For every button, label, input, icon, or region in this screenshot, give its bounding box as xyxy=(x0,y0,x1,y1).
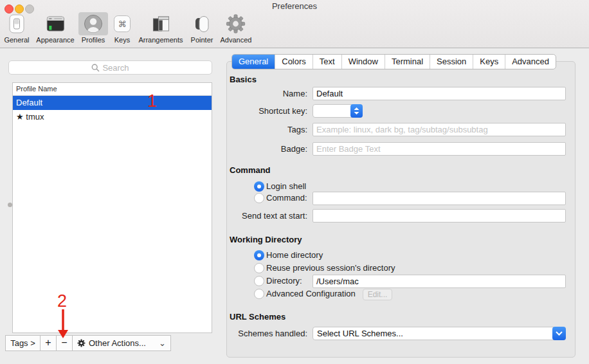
login-shell-label: Login shell xyxy=(266,181,306,192)
switch-icon xyxy=(2,12,32,35)
directory-radio[interactable] xyxy=(254,276,264,286)
tags-button[interactable]: Tags > xyxy=(5,335,41,351)
schemes-handled-label: Schemes handled: xyxy=(230,327,307,340)
other-actions-label: Other Actions... xyxy=(89,336,146,350)
badge-label: Badge: xyxy=(230,142,307,156)
schemes-dropdown-value: Select URL Schemes... xyxy=(317,329,403,338)
window-title: Preferences xyxy=(0,1,589,11)
tags-label: Tags: xyxy=(230,123,307,136)
edit-button[interactable]: Edit... xyxy=(363,289,392,300)
chevron-down-icon: ⌄ xyxy=(159,336,166,350)
tab-general[interactable]: General xyxy=(232,55,275,69)
toolbar-item-general[interactable]: General xyxy=(2,12,32,44)
profile-actions-bar: Tags > + − Other Actions... ⌄ xyxy=(5,335,171,351)
tab-window[interactable]: Window xyxy=(341,55,385,69)
reuse-directory-label: Reuse previous session's directory xyxy=(266,263,395,273)
tab-terminal[interactable]: Terminal xyxy=(385,55,430,69)
annotation-1: 1 xyxy=(147,93,157,110)
toolbar-label: Arrangements xyxy=(138,36,183,44)
gear-icon xyxy=(221,12,251,35)
home-directory-label: Home directory xyxy=(266,250,323,260)
command-radio[interactable] xyxy=(254,193,264,203)
toolbar-item-pointer[interactable]: Pointer xyxy=(187,12,217,44)
advanced-configuration-label: Advanced Configuration xyxy=(266,289,356,299)
login-shell-radio[interactable] xyxy=(254,181,264,192)
toolbar-item-keys[interactable]: ⌘ Keys xyxy=(107,12,137,44)
command-field[interactable] xyxy=(313,192,566,205)
annotation-2: 2 xyxy=(57,293,67,310)
tab-keys[interactable]: Keys xyxy=(473,55,505,69)
toolbar-label: General xyxy=(4,36,29,44)
person-icon xyxy=(78,12,108,35)
search-input[interactable]: Search xyxy=(8,60,212,75)
profile-list: Profile Name Default ★ tmux xyxy=(12,82,212,333)
advanced-configuration-radio[interactable] xyxy=(254,289,264,299)
tab-colors[interactable]: Colors xyxy=(275,55,313,69)
basics-heading: Basics xyxy=(230,75,257,84)
tags-field[interactable] xyxy=(313,123,566,136)
profile-row-tmux[interactable]: ★ tmux xyxy=(13,110,212,124)
annotation-arrow-down xyxy=(56,309,70,339)
svg-text:⌘: ⌘ xyxy=(118,19,127,29)
command-label: Command: xyxy=(266,193,307,203)
toolbar-item-profiles[interactable]: Profiles xyxy=(78,12,108,44)
toolbar-label: Pointer xyxy=(191,36,213,44)
command-heading: Command xyxy=(230,165,271,175)
send-text-label: Send text at start: xyxy=(230,209,307,223)
send-text-field[interactable] xyxy=(313,209,566,223)
stepper-icon xyxy=(350,104,363,118)
search-icon xyxy=(91,64,100,72)
badge-field[interactable] xyxy=(313,142,566,156)
toolbar-item-advanced[interactable]: Advanced xyxy=(221,12,252,44)
search-placeholder: Search xyxy=(102,63,129,73)
tab-text[interactable]: Text xyxy=(313,55,341,69)
chevron-down-icon xyxy=(552,327,566,340)
toolbar-label: Profiles xyxy=(82,36,105,44)
directory-field[interactable] xyxy=(313,275,566,288)
profile-tabbar: General Colors Text Window Terminal Sess… xyxy=(231,54,556,69)
profile-row-default[interactable]: Default xyxy=(13,96,212,110)
windows-arrangement-icon xyxy=(146,12,176,35)
schemes-dropdown[interactable]: Select URL Schemes... xyxy=(313,327,566,340)
resize-dot-artifact xyxy=(8,203,12,207)
profile-list-header: Profile Name xyxy=(13,83,212,96)
other-actions-dropdown[interactable]: Other Actions... ⌄ xyxy=(72,335,171,351)
toolbar-item-arrangements[interactable]: Arrangements xyxy=(138,12,183,44)
working-directory-heading: Working Directory xyxy=(230,235,302,244)
name-label: Name: xyxy=(230,87,307,100)
toolbar-label: Appearance xyxy=(36,36,74,44)
tab-session[interactable]: Session xyxy=(430,55,473,69)
gear-icon xyxy=(77,339,86,347)
reuse-directory-radio[interactable] xyxy=(254,263,264,273)
add-profile-button[interactable]: + xyxy=(40,335,57,351)
directory-label: Directory: xyxy=(266,276,302,286)
window-titlebar-toolbar: Preferences General Appearance Profiles … xyxy=(0,0,589,48)
mouse-icon xyxy=(187,12,217,35)
shortcut-key-label: Shortcut key: xyxy=(230,104,307,118)
shortcut-key-dropdown[interactable] xyxy=(313,104,363,118)
terminal-window-icon xyxy=(41,12,70,35)
toolbar-item-appearance[interactable]: Appearance xyxy=(36,12,74,44)
tab-advanced[interactable]: Advanced xyxy=(505,55,556,69)
url-schemes-heading: URL Schemes xyxy=(230,312,285,322)
toolbar-label: Keys xyxy=(114,36,130,44)
toolbar-label: Advanced xyxy=(221,36,252,44)
command-key-icon: ⌘ xyxy=(107,12,137,35)
name-field[interactable] xyxy=(313,87,566,100)
home-directory-radio[interactable] xyxy=(254,250,264,260)
